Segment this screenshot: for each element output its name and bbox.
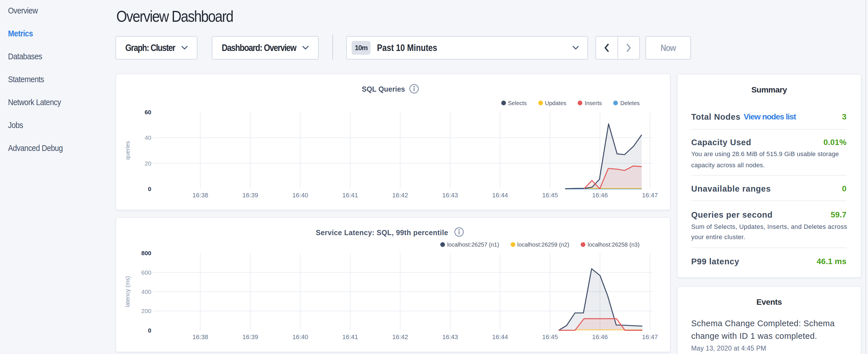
svg-text:localhost:26259 (n2): localhost:26259 (n2) — [517, 242, 569, 248]
svg-text:200: 200 — [141, 308, 151, 314]
svg-text:Updates: Updates — [545, 100, 566, 106]
svg-text:16:41: 16:41 — [342, 192, 358, 199]
svg-text:Selects: Selects — [508, 100, 527, 106]
svg-text:16:42: 16:42 — [392, 333, 408, 341]
svg-text:0: 0 — [148, 186, 151, 192]
svg-text:latency (ms): latency (ms) — [124, 276, 131, 307]
svg-text:16:40: 16:40 — [292, 333, 308, 341]
svg-text:localhost:26258 (n3): localhost:26258 (n3) — [588, 242, 640, 248]
svg-text:16:40: 16:40 — [292, 192, 308, 199]
svg-text:16:47: 16:47 — [642, 192, 658, 199]
svg-text:16:39: 16:39 — [242, 192, 258, 199]
svg-text:16:41: 16:41 — [342, 333, 358, 341]
svg-text:20: 20 — [145, 160, 151, 167]
svg-text:Service Latency: SQL, 99th per: Service Latency: SQL, 99th percentile — [316, 229, 448, 236]
svg-text:16:47: 16:47 — [642, 333, 658, 341]
svg-text:400: 400 — [141, 288, 151, 295]
svg-text:800: 800 — [141, 250, 151, 256]
svg-text:16:46: 16:46 — [592, 333, 608, 341]
svg-text:16:45: 16:45 — [542, 192, 558, 199]
svg-text:16:39: 16:39 — [242, 333, 258, 341]
svg-text:16:44: 16:44 — [492, 333, 508, 341]
svg-text:SQL Queries: SQL Queries — [362, 85, 405, 93]
svg-text:16:46: 16:46 — [592, 192, 608, 199]
svg-text:localhost:26257 (n1): localhost:26257 (n1) — [447, 242, 499, 248]
svg-text:40: 40 — [145, 134, 151, 141]
svg-text:16:38: 16:38 — [192, 192, 208, 199]
svg-text:Inserts: Inserts — [585, 100, 602, 106]
svg-text:0: 0 — [148, 327, 151, 334]
svg-text:16:43: 16:43 — [442, 333, 458, 341]
svg-text:16:42: 16:42 — [392, 192, 408, 199]
svg-text:Deletes: Deletes — [620, 100, 640, 106]
svg-text:16:43: 16:43 — [442, 192, 458, 199]
svg-text:queries: queries — [124, 141, 131, 160]
svg-text:16:44: 16:44 — [492, 192, 508, 199]
svg-text:600: 600 — [141, 269, 151, 276]
svg-text:16:45: 16:45 — [542, 333, 558, 341]
svg-text:60: 60 — [145, 109, 151, 116]
svg-text:16:38: 16:38 — [192, 333, 208, 341]
